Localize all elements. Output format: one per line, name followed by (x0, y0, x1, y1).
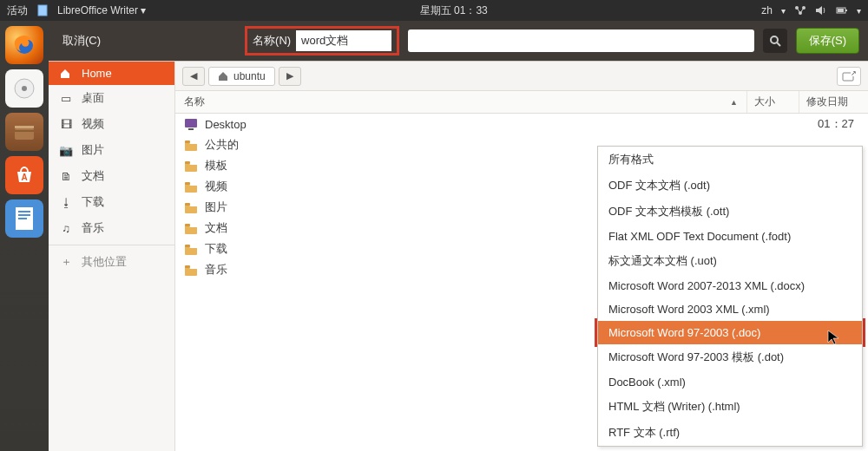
camera-icon: 📷 (59, 144, 73, 157)
activities-label[interactable]: 活动 (7, 3, 28, 18)
svg-rect-31 (185, 265, 190, 268)
svg-rect-16 (18, 214, 30, 216)
battery-icon[interactable] (836, 4, 848, 16)
folder-icon (184, 221, 198, 235)
svg-text:↗: ↗ (851, 71, 857, 77)
format-option[interactable]: HTML 文档 (Writer) (.html) (598, 394, 862, 420)
svg-rect-11 (15, 128, 34, 140)
launcher-rhythmbox[interactable] (5, 69, 43, 108)
launcher-firefox[interactable] (5, 26, 43, 64)
filename-input[interactable] (296, 30, 391, 51)
nav-back-button[interactable]: ◀ (182, 67, 205, 86)
network-icon[interactable] (794, 4, 806, 16)
svg-text:A: A (21, 173, 27, 182)
folder-icon (184, 242, 198, 256)
column-headers: 名称 ▲ 大小 修改日期 (175, 91, 868, 114)
format-option[interactable]: Flat XML ODF Text Document (.fodt) (598, 225, 862, 248)
svg-rect-6 (838, 9, 844, 12)
home-icon (59, 68, 73, 80)
video-icon: 🎞 (59, 118, 73, 131)
place-label: 下载 (82, 194, 104, 210)
svg-rect-29 (185, 224, 190, 226)
place-label: 图片 (82, 142, 104, 158)
clock[interactable]: 星期五 01：33 (146, 3, 761, 18)
place-label: 文档 (82, 168, 104, 184)
format-option[interactable]: Microsoft Word 97-2003 模板 (.dot) (598, 344, 862, 370)
svg-rect-23 (185, 119, 197, 127)
col-name-header[interactable]: 名称 ▲ (175, 91, 746, 113)
format-option[interactable]: RTF 文本 (.rtf) (598, 420, 862, 446)
place-desktop[interactable]: ▭ 桌面 (49, 85, 174, 111)
mouse-cursor-icon (827, 330, 839, 345)
svg-rect-17 (18, 218, 27, 219)
place-downloads[interactable]: ⭳ 下载 (49, 189, 174, 215)
format-option[interactable]: DocBook (.xml) (598, 370, 862, 394)
name-label: 名称(N) (253, 33, 291, 49)
svg-rect-15 (18, 211, 30, 212)
app-name[interactable]: LibreOffice Writer ▾ (57, 4, 146, 16)
svg-rect-30 (185, 245, 190, 247)
file-name: Desktop (205, 118, 724, 131)
format-option[interactable]: ODF 文本文档 (.odt) (598, 173, 862, 199)
svg-rect-26 (185, 161, 190, 164)
places-sidebar: Home ▭ 桌面 🎞 视频 📷 图片 🗎 文档 ⭳ 下载 ♫ 音乐 ＋ 其 (49, 62, 175, 451)
lang-chevron-icon: ▾ (781, 6, 786, 16)
launcher-files[interactable] (5, 113, 43, 151)
folder-icon (184, 180, 198, 193)
place-label: 视频 (82, 116, 104, 132)
place-home[interactable]: Home (49, 62, 174, 85)
place-music[interactable]: ♫ 音乐 (49, 215, 174, 241)
svg-line-19 (777, 42, 780, 46)
svg-rect-12 (15, 130, 34, 132)
place-label: 其他位置 (82, 254, 127, 270)
folder-icon (184, 159, 198, 173)
file-format-menu: 所有格式ODF 文本文档 (.odt)ODF 文本文档模板 (.ott)Flat… (597, 146, 863, 447)
format-option[interactable]: Microsoft Word 2007-2013 XML (.docx) (598, 274, 862, 297)
svg-rect-10 (15, 126, 34, 128)
svg-rect-0 (38, 5, 47, 16)
nav-forward-button[interactable]: ▶ (279, 67, 301, 86)
col-size-header[interactable]: 大小 (746, 91, 799, 113)
place-videos[interactable]: 🎞 视频 (49, 111, 174, 137)
home-icon (218, 71, 228, 82)
new-folder-button[interactable]: ↗ (837, 67, 861, 86)
desktop-folder-icon (184, 117, 198, 131)
name-field-highlight: 名称(N) (245, 26, 399, 56)
launcher-software[interactable]: A (5, 156, 43, 194)
volume-icon[interactable] (815, 4, 827, 16)
format-option[interactable]: ODF 文本文档模板 (.ott) (598, 199, 862, 225)
sort-asc-icon: ▲ (730, 98, 738, 107)
folder-icon (184, 138, 198, 152)
format-option[interactable]: Microsoft Word 2003 XML (.xml) (598, 297, 862, 321)
places-separator (49, 245, 174, 245)
path-segment[interactable]: ubuntu (208, 67, 275, 86)
cancel-button[interactable]: 取消(C) (57, 29, 106, 52)
place-documents[interactable]: 🗎 文档 (49, 163, 174, 189)
path-segment-label: ubuntu (233, 70, 266, 82)
save-button[interactable]: 保存(S) (796, 28, 859, 54)
system-chevron-icon: ▾ (857, 6, 861, 16)
place-other[interactable]: ＋ 其他位置 (49, 249, 174, 275)
app-icon (36, 4, 49, 16)
save-dialog-header: 取消(C) 名称(N) 保存(S) (49, 21, 868, 61)
launcher-dock: A (0, 21, 49, 451)
svg-rect-27 (185, 182, 190, 185)
place-label: 音乐 (82, 220, 104, 236)
svg-point-18 (771, 36, 778, 43)
format-option[interactable]: 标文通文本文档 (.uot) (598, 248, 862, 274)
download-icon: ⭳ (59, 196, 73, 209)
location-input[interactable] (408, 29, 754, 52)
place-label: Home (82, 67, 112, 80)
place-pictures[interactable]: 📷 图片 (49, 137, 174, 163)
col-date-header[interactable]: 修改日期 (799, 91, 868, 113)
format-option[interactable]: 所有格式 (598, 147, 862, 173)
input-lang[interactable]: zh (761, 4, 773, 16)
svg-rect-28 (185, 203, 190, 206)
file-row[interactable]: Desktop01：27 (175, 114, 868, 134)
search-button[interactable] (763, 29, 787, 53)
format-option[interactable]: Microsoft Word 97-2003 (.doc) (598, 321, 862, 344)
launcher-writer[interactable] (5, 199, 43, 238)
document-icon: 🗎 (59, 170, 73, 183)
path-bar: ◀ ubuntu ▶ ↗ (175, 62, 868, 91)
folder-icon (184, 263, 198, 277)
